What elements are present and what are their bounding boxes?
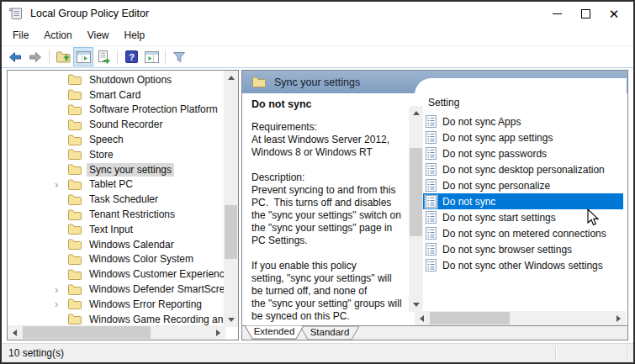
back-button[interactable] [6,48,24,66]
up-one-level-button[interactable] [54,48,72,66]
tree-item[interactable]: › Sound Recorder [8,117,224,132]
tree-item[interactable]: › Windows Game Recording and [8,312,224,325]
local-group-policy-editor-window: Local Group Policy Editor ✕ FileActionVi… [0,0,635,364]
folder-icon [68,104,82,115]
policy-help-panel: Do not sync Requirements:At least Window… [243,93,407,325]
scrollbar-thumb[interactable] [430,312,510,324]
tree-item-label: Windows Customer Experience [87,267,224,281]
folder-icon [68,254,82,265]
back-icon [8,50,22,64]
close-icon: ✕ [609,8,620,20]
status-divider [555,346,557,360]
tree-item-label: Windows Color System [87,252,196,266]
view-tab[interactable]: Extended [244,325,304,340]
tree-item[interactable]: › Sync your settings [8,162,224,177]
export-list-button[interactable] [94,48,113,66]
tree-item[interactable]: › Shutdown Options [8,72,224,87]
tree-item-label: Windows Game Recording and [87,313,224,325]
tree-item[interactable]: › Tenant Restrictions [8,207,224,222]
settings-horizontal-scrollbar[interactable] [415,311,626,325]
scroll-right-button[interactable] [211,325,225,340]
show-console-tree-button[interactable] [74,48,93,66]
setting-row[interactable]: Do not sync Apps [423,113,623,129]
folder-icon [68,224,82,235]
header-title: Sync your settings [274,76,360,88]
setting-label: Do not sync start settings [442,212,556,224]
policy-setting-icon [425,115,437,129]
setting-row[interactable]: Do not sync other Windows settings [423,257,623,273]
scroll-up-button[interactable] [224,71,238,85]
menu-item[interactable]: View [80,27,117,44]
folder-icon [68,164,82,175]
setting-row[interactable]: Do not sync passwords [423,145,623,161]
minimize-button[interactable] [542,3,571,24]
setting-row[interactable]: Do not sync desktop personalization [423,161,623,177]
expand-chevron-icon[interactable]: › [55,284,68,295]
setting-row[interactable]: Do not sync start settings [423,209,623,225]
setting-label: Do not sync Apps [442,116,521,128]
folder-icon [68,149,82,160]
scroll-down-button[interactable] [224,313,238,327]
tree-item-label: Tablet PC [87,177,135,191]
tree-vertical-scrollbar[interactable] [224,71,238,327]
filter-options-button[interactable] [170,48,188,66]
folder-icon [68,269,82,280]
tree-item-label: Windows Defender SmartScreen [87,282,224,296]
tree-horizontal-scrollbar[interactable] [8,325,225,340]
tree-item[interactable]: › Software Protection Platform [8,103,224,118]
tree-item[interactable]: › Text Input [8,222,224,237]
folder-icon [68,314,82,324]
tree-item[interactable]: › Speech [8,132,224,147]
scrollbar-thumb[interactable] [410,148,422,236]
policy-setting-icon [425,163,437,177]
setting-label: Do not sync desktop personalization [442,164,605,176]
help-button[interactable]: ? [122,48,140,66]
scrollbar-thumb[interactable] [23,326,151,339]
view-tab[interactable]: Standard [299,326,360,340]
tree-item[interactable]: › Store [8,147,224,162]
tree-item[interactable]: › Windows Customer Experience [8,266,224,282]
setting-row[interactable]: Do not sync browser settings [423,241,623,257]
scroll-left-button[interactable] [8,325,22,340]
tree-item[interactable]: › Task Scheduler [8,192,224,207]
window-title: Local Group Policy Editor [30,8,149,19]
setting-row[interactable]: Do not sync app settings [423,129,623,145]
folder-icon [68,89,82,100]
maximize-button[interactable] [571,3,600,24]
folder-icon [68,194,82,205]
tree-item[interactable]: › Tablet PC [8,177,224,193]
forward-button[interactable] [26,48,45,66]
tree-item[interactable]: › Windows Calendar [8,237,224,252]
policy-setting-icon [425,179,437,193]
menu-item[interactable]: Help [117,27,153,44]
settings-list-panel: Setting [415,78,627,325]
expand-chevron-icon[interactable]: › [55,298,68,309]
setting-column-header[interactable]: Setting [428,97,459,108]
setting-row[interactable]: Do not sync on metered connections [423,225,623,241]
help-text-line: the "sync your settings" page in [251,222,407,235]
scroll-left-button[interactable] [415,311,429,325]
menu-item[interactable]: Action [36,27,79,44]
setting-row[interactable]: Do not sync personalize [423,177,623,193]
tree-item-label: Tenant Restrictions [87,208,177,221]
close-button[interactable]: ✕ [600,3,628,24]
menu-item[interactable]: File [5,27,36,44]
scrollbar-thumb[interactable] [225,205,237,259]
help-vertical-scrollbar[interactable] [409,106,423,312]
filter-icon [172,51,186,63]
tree-item[interactable]: › Windows Color System [8,252,224,267]
scroll-right-button[interactable] [611,311,626,325]
help-text-line: Prevent syncing to and from this [251,184,407,197]
help-text-line: At least Windows Server 2012, [251,134,407,146]
tree-item[interactable]: › Windows Defender SmartScreen [8,282,224,297]
setting-label: Do not sync browser settings [442,244,572,256]
tree-item[interactable]: › Windows Error Reporting [8,297,224,312]
setting-row[interactable]: Do not sync [423,193,623,209]
expand-chevron-icon[interactable]: › [55,179,68,190]
show-action-pane-button[interactable] [142,48,161,66]
scroll-down-button[interactable] [409,298,423,312]
policy-title: Do not sync [251,98,407,110]
tree-item[interactable]: › Smart Card [8,87,224,103]
tree-item-label: Windows Calendar [87,238,177,251]
scroll-up-button[interactable] [409,106,423,120]
